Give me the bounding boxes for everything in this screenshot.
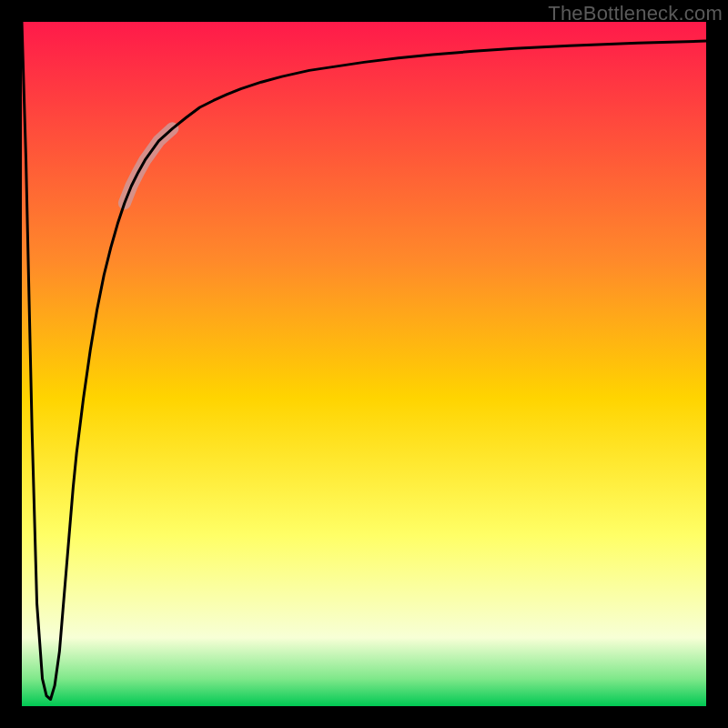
- plot-area: [22, 22, 706, 706]
- chart-frame: TheBottleneck.com: [0, 0, 728, 728]
- plot-svg: [22, 22, 706, 706]
- gradient-background: [22, 22, 706, 706]
